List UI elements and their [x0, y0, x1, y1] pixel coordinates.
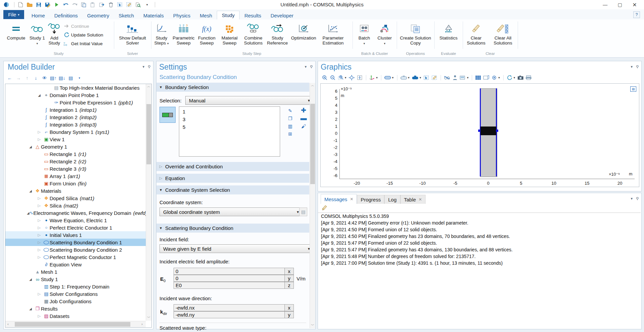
pin-icon[interactable]: ⚲ — [636, 65, 639, 69]
clear-selection-icon[interactable]: 🖌 — [300, 123, 307, 130]
measure-dropdown-icon[interactable]: ▾ — [467, 76, 470, 79]
scroll-up-icon[interactable]: ︿ — [310, 83, 315, 88]
clear-selection-icon[interactable] — [431, 74, 439, 81]
parametric-sweep-button[interactable]: 123 Parametric Sweep — [172, 21, 195, 46]
close-icon[interactable]: ✕ — [350, 197, 353, 201]
maximize-button[interactable]: ▢ — [613, 0, 627, 9]
expand-arrow-icon[interactable]: ▷ — [36, 255, 43, 259]
minimize-button[interactable]: — — [598, 0, 613, 9]
scene-light-icon[interactable] — [399, 74, 408, 81]
tree-item[interactable]: ▷Wave Equation, Electric 1 — [5, 217, 146, 224]
expand-arrow-icon[interactable]: ▷ — [36, 218, 43, 223]
direction-y-input[interactable]: -ewfd.ny — [174, 311, 285, 318]
tree-item[interactable]: ▷Boundary System 1(sys1) — [5, 128, 146, 136]
expand-arrow-icon[interactable]: ◢ — [27, 189, 34, 193]
view-hidden-icon[interactable] — [451, 74, 459, 81]
tree-item[interactable]: Top High-Index Material Boundaries — [5, 84, 146, 91]
study-steps-button[interactable]: Study Steps ▾ — [151, 21, 172, 46]
wireframe-icon[interactable] — [411, 74, 420, 81]
back-icon[interactable]: ← — [6, 75, 13, 81]
tree-item[interactable]: ◢Domain Point Probe 1 — [5, 91, 146, 99]
toggle-selection-button[interactable] — [159, 107, 176, 123]
wireframe-dropdown-icon[interactable]: ▾ — [420, 76, 423, 79]
tab-table[interactable]: Table ✕ — [400, 195, 426, 204]
expand-arrow-icon[interactable]: ▷ — [36, 248, 43, 252]
zoom-out-icon[interactable] — [329, 74, 337, 81]
section-boundary-selection[interactable]: ▼ Boundary Selection — [156, 83, 309, 92]
tree-item[interactable]: Integration 2(intop2) — [5, 113, 146, 121]
study-reference-button[interactable]: Study Reference — [266, 21, 289, 46]
coordinate-system-dropdown[interactable]: Global coordinate system ▼ — [159, 208, 302, 216]
tree-item-selected[interactable]: ▷Scattering Boundary Condition 1 — [5, 239, 146, 246]
tree-item[interactable]: Integration 1(intop1) — [5, 106, 146, 113]
tree-item[interactable]: Job Configurations — [5, 298, 146, 305]
camera-settings-dropdown-icon[interactable]: ▾ — [498, 76, 501, 79]
tree-item[interactable]: ▷Perfect Magnetic Conductor 1 — [5, 253, 146, 261]
section-equation[interactable]: ▷ Equation — [156, 174, 309, 183]
snapshot-icon[interactable] — [516, 74, 524, 81]
amplitude-x-input[interactable]: 0 — [174, 268, 285, 275]
expand-arrow-icon[interactable]: ▷ — [36, 226, 43, 230]
file-menu-button[interactable]: File ▾ — [3, 10, 24, 19]
tree-item[interactable]: ◢Results — [5, 305, 146, 312]
create-selection-icon[interactable]: ✎ — [287, 107, 294, 114]
amplitude-z-input[interactable]: E0 — [174, 282, 285, 289]
tree-item[interactable]: Array 1(arr1) — [5, 172, 146, 180]
scroll-right-icon[interactable]: › — [139, 321, 145, 327]
scroll-down-icon[interactable]: ﹀ — [146, 315, 151, 321]
compute-button[interactable]: Compute — [3, 21, 29, 40]
expand-arrow-icon[interactable]: ▷ — [36, 196, 43, 200]
tab-study[interactable]: Study — [217, 11, 240, 20]
get-initial-value-button[interactable]: ut=0 Get Initial Value — [63, 39, 113, 48]
transparency-icon[interactable] — [383, 74, 392, 81]
pin-icon[interactable]: ⚲ — [148, 65, 150, 69]
section-collapsed-arrow-icon[interactable]: ▷ — [156, 164, 165, 169]
tree-item[interactable]: Point Probe Expression 1(ppb1) — [5, 99, 146, 106]
copy-selection-icon[interactable]: ❐ — [287, 115, 294, 122]
pin-icon[interactable]: ⚲ — [310, 65, 313, 69]
scroll-thumb[interactable] — [15, 322, 130, 327]
expand-all-icon[interactable]: ▤↑ — [50, 75, 57, 81]
plot-legend-icon[interactable]: ▤ — [630, 86, 636, 92]
chevron-down-icon[interactable]: ▾ — [167, 42, 169, 45]
reset-view-dropdown-icon[interactable]: ▾ — [514, 76, 517, 79]
geometry-core-band[interactable] — [480, 127, 496, 135]
hide-geometry-icon[interactable] — [443, 74, 451, 81]
graphics-canvas[interactable]: ×10⁻⁵ m ×10⁻⁵ m 6 5 4 3 2 1 0 -1 -2 -3 -… — [320, 83, 639, 187]
close-button[interactable]: ✕ — [627, 0, 642, 9]
chevron-down-icon[interactable]: ▾ — [37, 42, 38, 45]
close-icon[interactable]: ✕ — [418, 197, 422, 202]
clear-solutions-button[interactable]: Clear Solutions — [463, 21, 489, 46]
paste-selection-icon[interactable]: ▥ — [287, 123, 294, 130]
zoom-to-selection-icon[interactable]: ⊞ — [287, 131, 294, 137]
function-sweep-button[interactable]: f(x) Function Sweep — [195, 21, 218, 46]
expand-arrow-icon[interactable]: ◢ — [27, 307, 34, 311]
expand-arrow-icon[interactable]: ▷ — [36, 233, 43, 237]
list-item[interactable]: 5 — [179, 124, 280, 130]
tree-item[interactable]: ◢Geometry 1 — [5, 143, 146, 150]
material-sweep-button[interactable]: Material Sweep — [218, 21, 241, 46]
tree-item[interactable]: ▷Solver Configurations — [5, 290, 146, 298]
tab-materials[interactable]: Materials — [139, 11, 169, 19]
tab-results[interactable]: Results — [240, 11, 266, 19]
list-item[interactable]: 3 — [179, 116, 280, 122]
scroll-down-icon[interactable]: ﹀ — [310, 323, 315, 328]
settings-vertical-scrollbar[interactable]: ︿ ﹀ — [310, 83, 315, 328]
boundary-selection-list[interactable]: 1 3 5 — [179, 106, 280, 157]
batch-button[interactable]: Batch▾ — [354, 21, 374, 46]
scroll-thumb[interactable] — [146, 104, 151, 164]
selection-dropdown[interactable]: Manual ▼ — [185, 96, 313, 105]
expand-arrow-icon[interactable]: ▷ — [36, 130, 43, 134]
scroll-left-icon[interactable]: ‹ — [5, 321, 11, 327]
cluster-button[interactable]: Cluster▾ — [374, 21, 395, 46]
clear-all-solutions-button[interactable]: Clear All Solutions — [489, 21, 517, 46]
tree-item[interactable]: Rectangle 2(r2) — [5, 158, 146, 165]
tree-item[interactable]: ▷Perfect Electric Conductor 1 — [5, 224, 146, 231]
direction-x-input[interactable]: -ewfd.nx — [174, 304, 285, 311]
tree-item[interactable]: Equation View — [5, 261, 146, 268]
study-select-button[interactable]: Study 1 ▾ — [29, 21, 46, 46]
expand-arrow-icon[interactable]: ▷ — [36, 203, 43, 208]
tab-log[interactable]: Log — [384, 195, 400, 204]
tree-item[interactable]: Mesh 1 — [5, 268, 146, 275]
continue-button[interactable]: Continue — [63, 22, 113, 30]
